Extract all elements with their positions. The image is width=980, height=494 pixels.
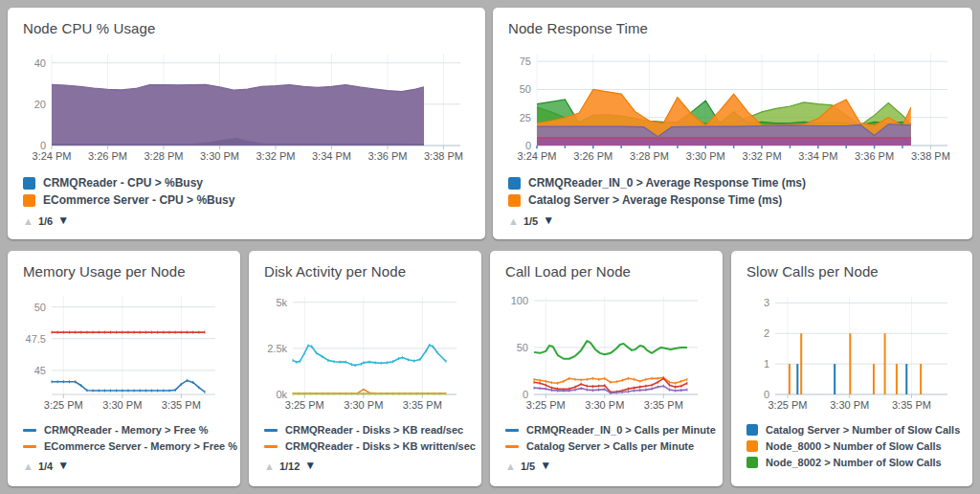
memory-usage-chart[interactable]: 4547.5503:25 PM3:30 PM3:35 PM: [21, 291, 227, 414]
legend-label: Node_8000 > Number of Slow Calls: [766, 439, 942, 453]
svg-text:75: 75: [520, 56, 531, 67]
panel-title: Slow Calls per Node: [746, 263, 959, 280]
legend-swatch: [23, 177, 35, 190]
svg-text:3:38 PM: 3:38 PM: [424, 150, 463, 162]
svg-text:3:25 PM: 3:25 PM: [526, 399, 566, 411]
legend-label: Catalog Server > Number of Slow Calls: [766, 423, 960, 437]
svg-text:3:30 PM: 3:30 PM: [686, 150, 725, 162]
page-count: 1/6: [38, 215, 53, 227]
legend: CRMQReader - CPU > %Busy ECommerce Serve…: [23, 176, 472, 208]
page-down-button[interactable]: ▼: [57, 214, 69, 227]
svg-text:3:25 PM: 3:25 PM: [768, 399, 807, 411]
page-down-button[interactable]: ▼: [57, 460, 69, 472]
svg-text:1: 1: [764, 358, 769, 370]
legend-swatch: [264, 429, 278, 432]
svg-text:3: 3: [764, 297, 769, 308]
legend-swatch: [23, 194, 35, 207]
legend-label: ECommerce Server - Memory > Free %: [44, 439, 237, 453]
legend-swatch: [508, 194, 521, 207]
svg-text:3:25 PM: 3:25 PM: [285, 399, 324, 411]
legend-label: CRMQReader - Disks > KB written/sec: [285, 439, 476, 453]
panel-disk-activity: Disk Activity per Node 0k2.5k5k3:25 PM3:…: [249, 251, 481, 486]
dashboard-row-top: Node CPU % Usage 020403:24 PM3:26 PM3:28…: [8, 8, 972, 239]
legend-swatch: [23, 445, 36, 448]
panel-node-response-time: Node Response Time 02550753:24 PM3:26 PM…: [493, 8, 972, 239]
page-up-button[interactable]: ▲: [508, 215, 519, 227]
svg-text:3:34 PM: 3:34 PM: [312, 150, 351, 162]
legend-swatch: [505, 445, 519, 448]
legend-label: CRMQReader - Memory > Free %: [44, 423, 208, 437]
legend-swatch: [746, 424, 758, 436]
legend-item: CRMQReader - Memory > Free %: [23, 423, 227, 437]
pager: ▲ 1/6 ▼: [23, 214, 472, 227]
legend-swatch: [508, 177, 521, 190]
legend-swatch: [264, 445, 278, 448]
panel-title: Node Response Time: [508, 20, 959, 36]
svg-text:2: 2: [764, 327, 769, 339]
dashboard-row-bottom: Memory Usage per Node 4547.5503:25 PM3:3…: [8, 251, 972, 486]
legend-label: Node_8002 > Number of Slow Calls: [766, 456, 942, 469]
node-response-time-chart[interactable]: 02550753:24 PM3:26 PM3:28 PM3:30 PM3:32 …: [506, 48, 959, 165]
svg-text:3:30 PM: 3:30 PM: [200, 150, 239, 162]
svg-text:2.5k: 2.5k: [267, 343, 287, 354]
legend-label: CRMQReader - CPU > %Busy: [43, 176, 203, 191]
svg-text:3:30 PM: 3:30 PM: [585, 399, 624, 411]
node-cpu-usage-chart[interactable]: 020403:24 PM3:26 PM3:28 PM3:30 PM3:32 PM…: [21, 48, 472, 165]
svg-text:3:28 PM: 3:28 PM: [145, 150, 184, 162]
slow-calls-chart[interactable]: 01233:25 PM3:30 PM3:35 PM: [745, 291, 959, 414]
legend: CRMQReader_IN_0 > Average Response Time …: [508, 176, 959, 208]
legend-item: Node_8002 > Number of Slow Calls: [746, 456, 959, 469]
legend-item: Catalog Server > Average Response Time (…: [508, 193, 959, 208]
page-up-button[interactable]: ▲: [505, 460, 516, 472]
legend-item: CRMQReader_IN_0 > Average Response Time …: [508, 176, 959, 191]
svg-text:20: 20: [34, 99, 46, 110]
svg-text:3:30 PM: 3:30 PM: [830, 399, 869, 411]
panel-call-load: Call Load per Node 0501003:25 PM3:30 PM3…: [490, 251, 723, 486]
svg-text:3:35 PM: 3:35 PM: [162, 399, 201, 411]
disk-activity-chart[interactable]: 0k2.5k5k3:25 PM3:30 PM3:35 PM: [262, 291, 468, 414]
panel-title: Node CPU % Usage: [23, 20, 472, 36]
svg-text:3:25 PM: 3:25 PM: [44, 399, 83, 411]
legend-label: Catalog Server > Average Response Time (…: [528, 193, 782, 208]
legend-item: CRMQReader - Disks > KB written/sec: [264, 439, 468, 453]
panel-title: Memory Usage per Node: [23, 263, 227, 280]
legend-item: CRMQReader - Disks > KB read/sec: [264, 423, 468, 437]
panel-slow-calls: Slow Calls per Node 01233:25 PM3:30 PM3:…: [731, 251, 972, 486]
legend-swatch: [23, 429, 36, 432]
legend: CRMQReader - Memory > Free % ECommerce S…: [23, 423, 227, 453]
svg-text:3:30 PM: 3:30 PM: [102, 399, 142, 411]
svg-text:3:26 PM: 3:26 PM: [88, 150, 127, 162]
svg-text:3:34 PM: 3:34 PM: [798, 150, 837, 162]
call-load-chart[interactable]: 0501003:25 PM3:30 PM3:35 PM: [503, 291, 709, 414]
svg-text:3:24 PM: 3:24 PM: [33, 150, 72, 162]
page-up-button[interactable]: ▲: [23, 460, 33, 472]
pager: ▲ 1/5 ▼: [508, 214, 959, 227]
svg-text:3:36 PM: 3:36 PM: [368, 150, 407, 162]
page-count: 1/12: [279, 460, 300, 472]
svg-text:50: 50: [34, 302, 46, 313]
page-down-button[interactable]: ▼: [540, 460, 551, 472]
legend-item: ECommerce Server - CPU > %Busy: [23, 193, 472, 208]
legend-swatch: [746, 440, 758, 452]
dashboard: Node CPU % Usage 020403:24 PM3:26 PM3:28…: [0, 0, 980, 494]
legend-item: Catalog Server > Number of Slow Calls: [746, 423, 959, 437]
legend-label: CRMQReader_IN_0 > Calls per Minute: [526, 423, 716, 437]
pager: ▲ 1/12 ▼: [264, 460, 468, 472]
svg-text:25: 25: [520, 112, 531, 124]
page-up-button[interactable]: ▲: [264, 460, 275, 472]
legend-label: CRMQReader_IN_0 > Average Response Time …: [528, 176, 806, 191]
page-down-button[interactable]: ▼: [543, 214, 554, 227]
legend-item: CRMQReader_IN_0 > Calls per Minute: [505, 423, 709, 437]
legend-item: Node_8000 > Number of Slow Calls: [746, 439, 959, 453]
panel-title: Call Load per Node: [505, 263, 709, 280]
pager: ▲ 1/4 ▼: [23, 460, 227, 472]
legend-swatch: [746, 457, 758, 468]
page-count: 1/5: [521, 460, 535, 472]
page-up-button[interactable]: ▲: [23, 215, 33, 227]
svg-text:3:38 PM: 3:38 PM: [911, 150, 950, 162]
svg-text:45: 45: [34, 365, 46, 376]
page-count: 1/5: [523, 215, 538, 227]
svg-text:3:32 PM: 3:32 PM: [256, 150, 295, 162]
panel-node-cpu-usage: Node CPU % Usage 020403:24 PM3:26 PM3:28…: [8, 8, 485, 239]
page-down-button[interactable]: ▼: [304, 460, 316, 472]
